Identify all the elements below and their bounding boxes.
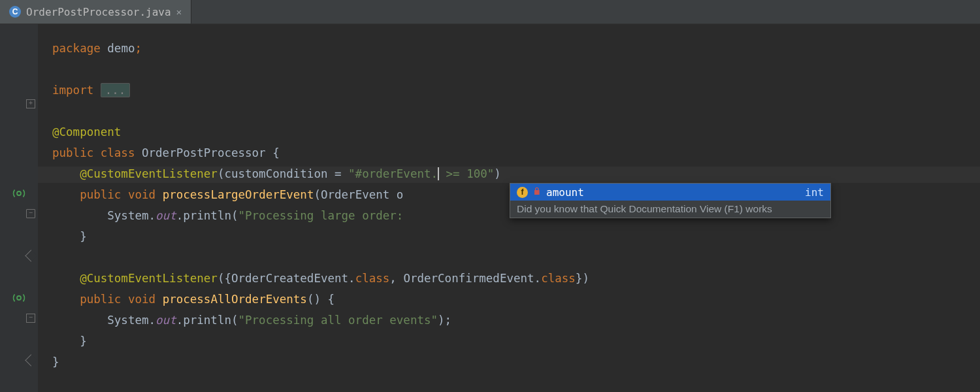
code-line[interactable]: package demo;: [52, 41, 142, 56]
code-line[interactable]: @CustomEventListener({OrderCreatedEvent.…: [52, 270, 589, 286]
listener-gutter-icon[interactable]: [0, 186, 38, 201]
code-line[interactable]: import ...: [52, 82, 130, 98]
svg-point-1: [17, 296, 21, 300]
lock-icon: [533, 187, 541, 197]
close-icon[interactable]: ×: [176, 7, 182, 18]
fold-expand-icon[interactable]: +: [26, 99, 35, 108]
fold-end-icon: [25, 354, 37, 366]
code-line[interactable]: public void processAllOrderEvents() {: [52, 291, 335, 307]
code-line[interactable]: @Component: [52, 124, 121, 140]
completion-tip: Did you know that Quick Documentation Vi…: [510, 201, 830, 218]
code-area[interactable]: package demo; import ... @Component publ…: [38, 24, 980, 392]
code-line[interactable]: System.out.println("Processing large ord…: [52, 208, 403, 223]
completion-popup[interactable]: f amount int Did you know that Quick Doc…: [510, 183, 831, 218]
editor[interactable]: + − − package demo; import ... @Componen…: [0, 24, 980, 392]
tab-filename: OrderPostProcessor.java: [26, 6, 171, 18]
completion-type: int: [805, 186, 824, 199]
field-icon: f: [517, 187, 528, 198]
fold-end-icon: [25, 250, 37, 261]
fold-placeholder[interactable]: ...: [101, 83, 131, 97]
svg-point-0: [17, 191, 21, 195]
tab-bar: C OrderPostProcessor.java ×: [0, 0, 980, 24]
completion-item[interactable]: f amount int: [510, 184, 830, 201]
tab-orderpostprocessor[interactable]: C OrderPostProcessor.java ×: [0, 0, 191, 24]
code-line[interactable]: }: [52, 354, 59, 370]
fold-collapse-icon[interactable]: −: [26, 314, 35, 323]
code-line[interactable]: System.out.println("Processing all order…: [52, 312, 451, 328]
code-line[interactable]: }: [52, 333, 87, 349]
listener-gutter-icon[interactable]: [0, 290, 38, 306]
fold-collapse-icon[interactable]: −: [26, 209, 35, 218]
code-line[interactable]: }: [52, 229, 87, 244]
code-line[interactable]: public void processLargeOrderEvent(Order…: [52, 187, 403, 203]
class-icon: C: [9, 6, 21, 18]
gutter[interactable]: + − −: [0, 24, 38, 392]
code-line[interactable]: @CustomEventListener(customCondition = "…: [52, 166, 501, 182]
completion-name: amount: [546, 186, 800, 199]
code-line[interactable]: public class OrderPostProcessor {: [52, 145, 280, 161]
